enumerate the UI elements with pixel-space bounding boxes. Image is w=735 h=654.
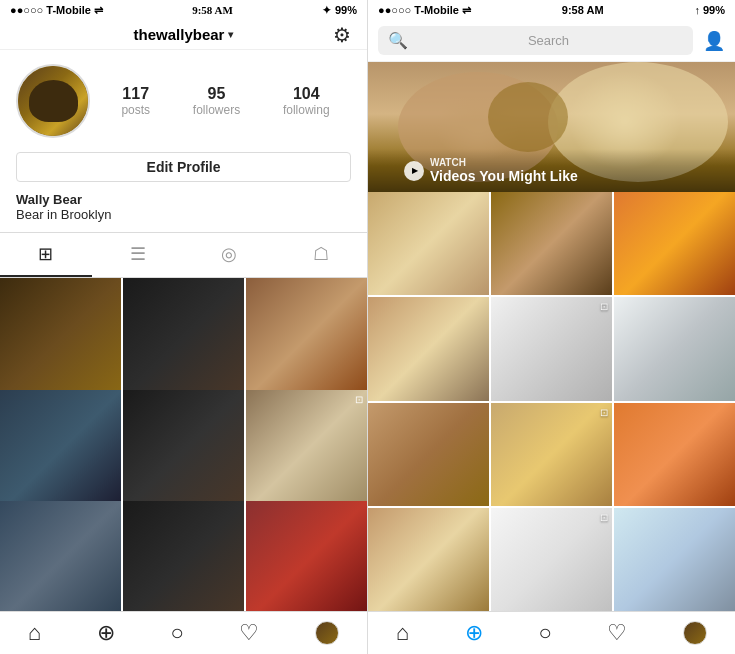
grid-item[interactable]: ⊡ — [246, 390, 367, 511]
search-icon[interactable]: ⊕ — [97, 620, 115, 646]
grid-item[interactable] — [123, 501, 244, 611]
search-input[interactable]: Search — [414, 33, 683, 48]
stats-numbers: 117 posts 95 followers 104 following — [100, 85, 351, 117]
featured-video[interactable]: ▶ WATCH Videos You Might Like — [368, 62, 735, 192]
search-icon-right[interactable]: ⊕ — [465, 620, 483, 646]
search-bar[interactable]: 🔍 Search — [378, 26, 693, 55]
grid-item[interactable] — [368, 192, 489, 295]
bio-description: Bear in Brooklyn — [16, 207, 351, 222]
followers-count: 95 — [208, 85, 226, 103]
grid-item[interactable]: ⊡ — [491, 403, 612, 506]
grid-item[interactable] — [368, 508, 489, 611]
video-camera-icon: ⊡ — [600, 407, 608, 418]
video-label: WATCH Videos You Might Like — [430, 157, 578, 184]
list-view-icon: ☰ — [130, 243, 146, 265]
left-panel: ●●○○○ T-Mobile ⇌ 9:58 AM ✦ 99% thewallyb… — [0, 0, 368, 654]
video-title: Videos You Might Like — [430, 168, 578, 184]
bio-name: Wally Bear — [16, 192, 351, 207]
battery-percent-left: 99% — [335, 4, 357, 16]
posts-label: posts — [121, 103, 150, 117]
heart-icon[interactable]: ♡ — [239, 620, 259, 646]
followers-stat: 95 followers — [193, 85, 240, 117]
grid-item[interactable] — [0, 501, 121, 611]
chevron-down-icon[interactable]: ▾ — [228, 29, 233, 40]
posts-stat: 117 posts — [121, 85, 150, 117]
bluetooth-icon: ✦ — [322, 4, 331, 17]
signal-arrow-icon: ↑ — [694, 4, 700, 16]
tab-list[interactable]: ☰ — [92, 233, 184, 277]
search-row: 🔍 Search 👤 — [378, 26, 725, 55]
grid-item[interactable] — [123, 278, 244, 399]
grid-item[interactable] — [0, 390, 121, 511]
avatar-nav-right[interactable] — [683, 621, 707, 645]
time-right: 9:58 AM — [562, 4, 604, 16]
grid-item[interactable] — [491, 192, 612, 295]
search-bar-container: 🔍 Search 👤 — [368, 20, 735, 62]
battery-percent-right: 99% — [703, 4, 725, 16]
grid-item[interactable] — [246, 278, 367, 399]
following-stat: 104 following — [283, 85, 330, 117]
grid-item[interactable] — [614, 297, 735, 400]
grid-view-icon: ⊞ — [38, 243, 53, 265]
carrier-left: ●●○○○ T-Mobile ⇌ — [10, 4, 103, 17]
tagged-icon: ☖ — [313, 243, 329, 265]
avatar-nav[interactable] — [315, 621, 339, 645]
stats-row: 117 posts 95 followers 104 following — [0, 50, 367, 148]
add-people-icon[interactable]: 👤 — [703, 30, 725, 52]
username-text: thewallybear — [134, 26, 225, 43]
followers-label: followers — [193, 103, 240, 117]
svg-point-2 — [488, 82, 568, 152]
tab-grid[interactable]: ⊞ — [0, 233, 92, 277]
grid-item[interactable] — [246, 501, 367, 611]
edit-profile-button[interactable]: Edit Profile — [16, 152, 351, 182]
status-bar-right: ●●○○○ T-Mobile ⇌ 9:58 AM ↑ 99% — [368, 0, 735, 20]
camera-icon[interactable]: ○ — [170, 620, 183, 646]
home-icon-right[interactable]: ⌂ — [396, 620, 409, 646]
camera-icon-right[interactable]: ○ — [538, 620, 551, 646]
grid-item[interactable] — [368, 403, 489, 506]
status-bar-left: ●●○○○ T-Mobile ⇌ 9:58 AM ✦ 99% — [0, 0, 367, 20]
time-left: 9:58 AM — [192, 4, 233, 16]
video-overlay: ▶ WATCH Videos You Might Like — [368, 149, 735, 192]
photo-grid-right: ⊡⊡⊡ — [368, 192, 735, 611]
carrier-right: ●●○○○ T-Mobile ⇌ — [378, 4, 471, 17]
right-panel: ●●○○○ T-Mobile ⇌ 9:58 AM ↑ 99% 🔍 Search … — [368, 0, 735, 654]
profile-username: thewallybear ▾ — [134, 26, 234, 43]
grid-item[interactable] — [368, 297, 489, 400]
grid-item[interactable] — [614, 403, 735, 506]
grid-item[interactable] — [0, 278, 121, 399]
settings-gear-icon[interactable]: ⚙ — [333, 23, 351, 47]
search-magnifier-icon: 🔍 — [388, 31, 408, 50]
heart-icon-right[interactable]: ♡ — [607, 620, 627, 646]
video-camera-icon: ⊡ — [600, 512, 608, 523]
following-label: following — [283, 103, 330, 117]
grid-item[interactable] — [614, 508, 735, 611]
avatar[interactable] — [16, 64, 90, 138]
bottom-nav-right: ⌂ ⊕ ○ ♡ — [368, 611, 735, 654]
video-camera-icon: ⊡ — [355, 394, 363, 405]
photo-grid-left: ⊡ — [0, 278, 367, 611]
tab-location[interactable]: ◎ — [184, 233, 276, 277]
location-icon: ◎ — [221, 243, 237, 265]
grid-item[interactable] — [123, 390, 244, 511]
bottom-nav-left: ⌂ ⊕ ○ ♡ — [0, 611, 367, 654]
watch-text: WATCH — [430, 157, 578, 168]
play-button-icon[interactable]: ▶ — [404, 161, 424, 181]
grid-item[interactable]: ⊡ — [491, 508, 612, 611]
profile-header: thewallybear ▾ ⚙ — [0, 20, 367, 50]
following-count: 104 — [293, 85, 320, 103]
video-camera-icon: ⊡ — [600, 301, 608, 312]
posts-count: 117 — [122, 85, 149, 103]
bio-section: Wally Bear Bear in Brooklyn — [0, 190, 367, 232]
home-icon[interactable]: ⌂ — [28, 620, 41, 646]
status-icons-right: ↑ 99% — [694, 4, 725, 16]
grid-item[interactable]: ⊡ — [491, 297, 612, 400]
profile-tabs: ⊞ ☰ ◎ ☖ — [0, 232, 367, 278]
tab-tagged[interactable]: ☖ — [275, 233, 367, 277]
grid-item[interactable] — [614, 192, 735, 295]
status-icons-left: ✦ 99% — [322, 4, 357, 17]
